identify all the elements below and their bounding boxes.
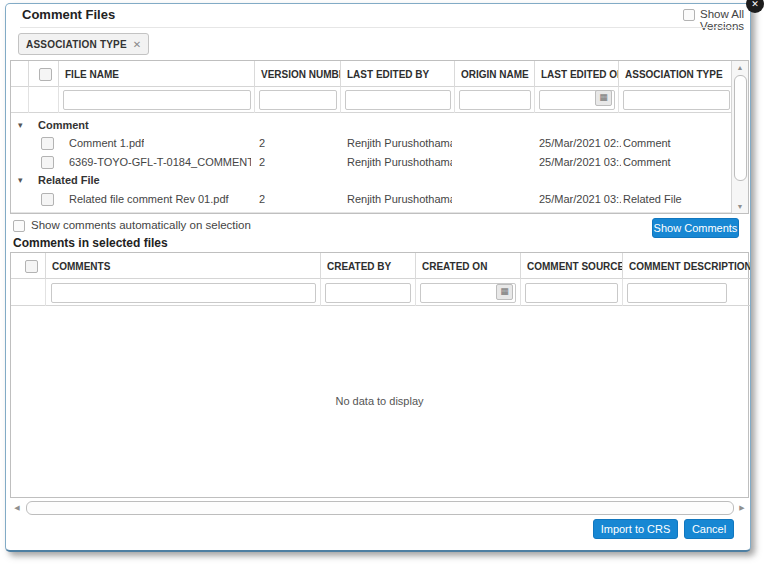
cell-last-edited-by: Renjith Purushothaman [347,156,452,168]
select-all-files-checkbox[interactable] [39,68,52,81]
chevron-down-icon[interactable]: ▾ [18,175,23,185]
empty-state-message: No data to display [11,395,748,407]
filter-chip-label: ASSOCIATION TYPE [26,39,127,50]
calendar-icon[interactable]: ▦ [595,90,612,106]
select-all-comments-cell [11,253,46,279]
cell-file-name: Comment 1.pdf [69,137,144,149]
vertical-scrollbar-thumb[interactable] [734,75,747,181]
filter-origin-name-input[interactable] [459,90,531,110]
col-header-comments[interactable]: COMMENTS [46,253,321,279]
calendar-icon[interactable]: ▦ [496,284,513,300]
cell-version-number: 2 [259,156,265,168]
filter-version-number-input[interactable] [259,90,337,110]
table-row[interactable]: Comment 1.pdf 2 Renjith Purushothaman 25… [11,134,734,154]
scroll-up-icon[interactable]: ▲ [732,61,748,74]
cell-file-name: 6369-TOYO-GFL-T-0184_COMMENT_REN... [69,156,251,168]
filter-association-type-input[interactable] [623,90,730,110]
col-header-created-on[interactable]: CREATED ON [416,253,521,279]
files-table: FILE NAME VERSION NUMBER LAST EDITED BY … [10,60,749,214]
horizontal-scrollbar-thumb[interactable] [26,501,734,515]
col-header-comment-description[interactable]: COMMENT DESCRIPTION [623,253,750,279]
filter-comment-description-input[interactable] [627,283,727,303]
cell-association-type: Related File [623,193,682,205]
comments-section-heading: Comments in selected files [13,236,168,250]
row-indicator-header [11,61,29,87]
cell-version-number: 2 [259,193,265,205]
col-header-last-edited-by[interactable]: LAST EDITED BY [341,61,455,87]
page-title: Comment Files [22,7,115,22]
cell-association-type: Comment [623,137,671,149]
select-all-comments-checkbox[interactable] [25,260,38,273]
cell-last-edited-by: Renjith Purushothaman [347,193,452,205]
scroll-right-icon[interactable]: ▶ [735,500,749,515]
show-comments-auto-checkbox[interactable] [13,220,25,232]
show-all-versions-checkbox[interactable] [683,9,695,21]
remove-filter-icon[interactable]: ✕ [133,39,141,50]
filter-file-name-input[interactable] [63,90,251,110]
comments-table-header-row: COMMENTS CREATED BY CREATED ON COMMENT S… [11,253,750,279]
col-header-origin-name[interactable]: ORIGIN NAME [455,61,535,87]
show-all-versions-label: Show All Versions [700,8,772,32]
scroll-down-icon[interactable]: ▼ [732,200,748,213]
col-header-comment-source[interactable]: COMMENT SOURCE [521,253,623,279]
vertical-scrollbar[interactable]: ▲ ▼ [731,61,748,213]
files-table-header-row: FILE NAME VERSION NUMBER LAST EDITED BY … [11,61,734,87]
association-type-filter-chip[interactable]: ASSOCIATION TYPE ✕ [18,33,149,55]
comments-filter-row: ▦ [11,279,750,306]
group-row-comment[interactable]: ▾ Comment [11,117,734,135]
group-row-related-file[interactable]: ▾ Related File [11,172,734,191]
cell-last-edited-on: 25/Mar/2021 03:... [539,193,621,205]
header-divider [20,27,737,28]
row-checkbox[interactable] [41,156,54,169]
filter-comment-source-input[interactable] [525,283,618,303]
filter-last-edited-by-input[interactable] [345,90,451,110]
group-label: Comment [38,119,89,131]
horizontal-scrollbar[interactable]: ◀ ▶ [10,500,749,515]
cell-version-number: 2 [259,137,265,149]
table-row[interactable]: Related file comment Rev 01.pdf 2 Renjit… [11,190,734,213]
col-header-last-edited-on[interactable]: LAST EDITED ON [535,61,619,87]
group-label: Related File [38,174,100,186]
col-header-created-by[interactable]: CREATED BY [321,253,416,279]
comments-table: COMMENTS CREATED BY CREATED ON COMMENT S… [10,252,749,498]
files-filter-row: ▦ [11,87,734,113]
cell-last-edited-on: 25/Mar/2021 02:... [539,137,621,149]
scroll-left-icon[interactable]: ◀ [10,500,24,515]
select-all-files-cell [29,61,59,87]
row-checkbox[interactable] [41,137,54,150]
chevron-down-icon[interactable]: ▾ [18,120,23,130]
cell-last-edited-by: Renjith Purushothaman [347,137,452,149]
col-header-file-name[interactable]: FILE NAME [59,61,255,87]
cancel-button[interactable]: Cancel [684,519,734,539]
cell-last-edited-on: 25/Mar/2021 03:... [539,156,621,168]
col-header-version-number[interactable]: VERSION NUMBER [255,61,341,87]
filter-created-by-input[interactable] [325,283,411,303]
cell-file-name: Related file comment Rev 01.pdf [69,193,229,205]
filter-comments-input[interactable] [51,283,316,303]
table-row[interactable]: 6369-TOYO-GFL-T-0184_COMMENT_REN... 2 Re… [11,153,734,173]
comment-files-dialog-screen: ✕ Comment Files Show All Versions ASSOCI… [0,0,772,570]
import-to-crs-button[interactable]: Import to CRS [593,519,678,539]
show-comments-auto-label: Show comments automatically on selection [31,219,251,231]
cell-association-type: Comment [623,156,671,168]
col-header-association-type[interactable]: ASSOCIATION TYPE [619,61,734,87]
row-checkbox[interactable] [41,193,54,206]
show-comments-button[interactable]: Show Comments [652,218,739,238]
